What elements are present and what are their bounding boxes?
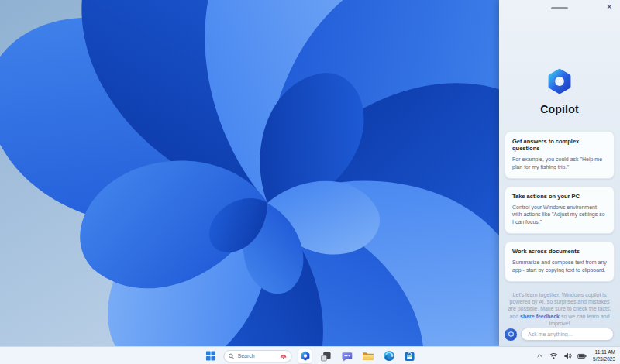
wifi-icon [549, 352, 558, 360]
search-highlight-icon [280, 352, 288, 360]
ask-input[interactable] [521, 328, 614, 341]
card-body: For example, you could ask "Help me plan… [512, 156, 607, 171]
taskbar-copilot-button[interactable] [298, 349, 313, 364]
card-title: Take actions on your PC [512, 193, 607, 200]
taskbar-center: Search [203, 347, 418, 364]
volume-button[interactable] [563, 350, 573, 362]
search-label: Search [238, 353, 277, 359]
panel-titlebar: ✕ [499, 0, 620, 14]
search-icon [229, 353, 235, 359]
speaker-icon [563, 352, 572, 360]
desktop-screen: ✕ Copilot Get answers to complex questio… [0, 0, 620, 364]
clock-date: 5/23/2023 [593, 356, 615, 362]
panel-title: Copilot [499, 103, 620, 115]
store-icon [405, 351, 415, 362]
store-button[interactable] [402, 349, 418, 364]
card-title: Work across documents [512, 248, 607, 255]
close-icon[interactable]: ✕ [606, 2, 612, 12]
task-view-icon [321, 351, 332, 362]
chat-icon [342, 351, 353, 362]
start-button[interactable] [203, 349, 219, 364]
battery-icon [577, 352, 587, 361]
clock[interactable]: 11:11 AM 5/23/2023 [593, 349, 617, 362]
suggestion-cards: Get answers to complex questions For exa… [499, 131, 620, 289]
copilot-logo-icon [545, 67, 574, 96]
copilot-panel: ✕ Copilot Get answers to complex questio… [499, 0, 620, 346]
card-body: Control your Windows environment with ac… [512, 204, 607, 226]
card-body: Summarize and compose text from any app … [512, 259, 607, 274]
copilot-logo [499, 67, 620, 96]
battery-button[interactable] [577, 350, 587, 362]
clock-time: 11:11 AM [593, 349, 615, 355]
card-get-answers: Get answers to complex questions For exa… [505, 131, 615, 179]
copilot-mini-icon [508, 331, 515, 338]
copilot-taskbar-icon [299, 350, 311, 362]
share-feedback-link[interactable]: share feedback [520, 314, 560, 319]
drag-handle[interactable] [551, 7, 568, 9]
wifi-button[interactable] [549, 350, 559, 362]
taskbar: Search [0, 346, 620, 364]
edge-icon [383, 350, 394, 362]
ask-anything-bar [499, 328, 620, 346]
chevron-up-icon [536, 352, 543, 359]
disclaimer-text: Let's learn together. Windows copilot is… [499, 291, 620, 328]
card-work-across-documents: Work across documents Summarize and comp… [505, 241, 615, 282]
search-box[interactable]: Search [224, 350, 292, 362]
file-explorer-icon [362, 350, 374, 362]
card-take-actions: Take actions on your PC Control your Win… [505, 186, 615, 234]
card-title: Get answers to complex questions [512, 138, 607, 152]
copilot-submit-button[interactable] [505, 328, 517, 341]
hidden-icons-button[interactable] [535, 350, 545, 362]
chat-button[interactable] [339, 349, 355, 364]
edge-button[interactable] [381, 349, 397, 364]
windows-logo-icon [205, 351, 215, 361]
file-explorer-button[interactable] [360, 349, 376, 364]
task-view-button[interactable] [319, 349, 334, 364]
system-tray: 11:11 AM 5/23/2023 [535, 347, 617, 364]
